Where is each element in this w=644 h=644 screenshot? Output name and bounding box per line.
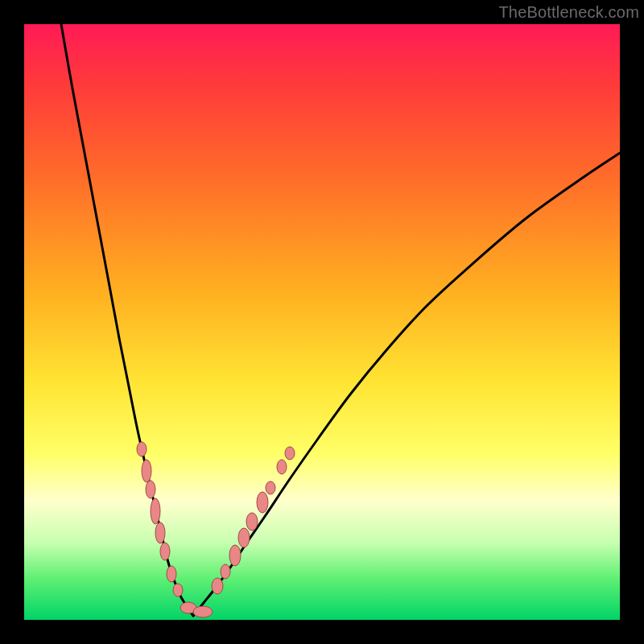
- curve-marker: [160, 543, 170, 560]
- curve-marker: [229, 545, 241, 566]
- watermark-text: TheBottleneck.com: [498, 3, 639, 22]
- chart-frame: TheBottleneck.com: [0, 0, 644, 644]
- plot-area: [24, 24, 620, 620]
- curve-marker: [167, 566, 176, 582]
- curve-marker: [193, 606, 213, 617]
- curve-marker: [142, 460, 151, 482]
- right-curve-markers: [212, 447, 295, 594]
- curve-marker: [155, 522, 165, 543]
- left-curve-markers: [137, 442, 213, 617]
- curves-svg: [24, 24, 620, 620]
- curve-marker: [246, 513, 258, 530]
- curve-marker: [212, 578, 223, 594]
- curve-marker: [257, 492, 268, 513]
- right-curve: [193, 153, 620, 616]
- curve-marker: [173, 584, 183, 597]
- curve-marker: [285, 447, 295, 460]
- curve-marker: [277, 460, 287, 474]
- curve-marker: [146, 481, 155, 498]
- curve-marker: [151, 498, 160, 524]
- curve-marker: [266, 481, 275, 494]
- curve-marker: [238, 528, 250, 547]
- curve-marker: [221, 564, 230, 579]
- left-curve: [61, 24, 193, 616]
- curve-marker: [137, 442, 147, 456]
